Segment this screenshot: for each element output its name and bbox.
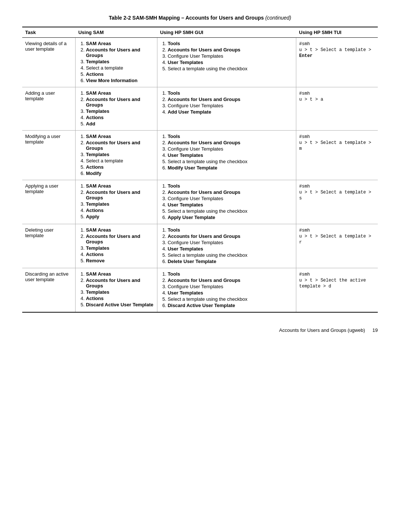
gui-cell: ToolsAccounts for Users and GroupsConfig… bbox=[157, 268, 296, 313]
tui-cell: #smhu > t > Select a template > r bbox=[296, 224, 378, 268]
task-cell: Deleting user template bbox=[22, 224, 75, 268]
col-tui: Using HP SMH TUI bbox=[296, 27, 378, 38]
task-cell: Discarding an active user template bbox=[22, 268, 75, 313]
table-row: Applying a user templateSAM AreasAccount… bbox=[22, 180, 378, 224]
task-cell: Modifying a user template bbox=[22, 131, 75, 180]
tui-cell: #smhu > t > Select the active template >… bbox=[296, 268, 378, 313]
tui-cell: #smhu > t > Select a template > Enter bbox=[296, 38, 378, 87]
sam-cell: SAM AreasAccounts for Users and GroupsTe… bbox=[75, 38, 157, 87]
tui-cell: #smhu > t > Select a template > s bbox=[296, 180, 378, 224]
table-header-row: Task Using SAM Using HP SMH GUI Using HP… bbox=[22, 27, 378, 38]
table-row: Deleting user templateSAM AreasAccounts … bbox=[22, 224, 378, 268]
sam-cell: SAM AreasAccounts for Users and GroupsTe… bbox=[75, 224, 157, 268]
table-row: Adding a user templateSAM AreasAccounts … bbox=[22, 87, 378, 131]
sam-cell: SAM AreasAccounts for Users and GroupsTe… bbox=[75, 131, 157, 180]
col-task: Task bbox=[22, 27, 75, 38]
task-cell: Viewing details of a user template bbox=[22, 38, 75, 87]
col-gui: Using HP SMH GUI bbox=[157, 27, 296, 38]
page-footer: Accounts for Users and Groups (ugweb) 19 bbox=[22, 327, 378, 333]
table-row: Discarding an active user templateSAM Ar… bbox=[22, 268, 378, 313]
gui-cell: ToolsAccounts for Users and GroupsConfig… bbox=[157, 180, 296, 224]
table-row: Viewing details of a user templateSAM Ar… bbox=[22, 38, 378, 87]
page-title: Table 2-2 SAM-SMH Mapping – Accounts for… bbox=[22, 15, 378, 21]
footer-text: Accounts for Users and Groups (ugweb) bbox=[279, 327, 365, 333]
sam-cell: SAM AreasAccounts for Users and GroupsTe… bbox=[75, 268, 157, 313]
sam-cell: SAM AreasAccounts for Users and GroupsTe… bbox=[75, 180, 157, 224]
footer-page: 19 bbox=[373, 327, 378, 333]
main-table: Task Using SAM Using HP SMH GUI Using HP… bbox=[22, 27, 378, 313]
sam-cell: SAM AreasAccounts for Users and GroupsTe… bbox=[75, 87, 157, 131]
task-cell: Applying a user template bbox=[22, 180, 75, 224]
task-cell: Adding a user template bbox=[22, 87, 75, 131]
col-sam: Using SAM bbox=[75, 27, 157, 38]
gui-cell: ToolsAccounts for Users and GroupsConfig… bbox=[157, 87, 296, 131]
tui-cell: #smhu > t > a bbox=[296, 87, 378, 131]
table-row: Modifying a user templateSAM AreasAccoun… bbox=[22, 131, 378, 180]
gui-cell: ToolsAccounts for Users and GroupsConfig… bbox=[157, 38, 296, 87]
gui-cell: ToolsAccounts for Users and GroupsConfig… bbox=[157, 224, 296, 268]
tui-cell: #smhu > t > Select a template > m bbox=[296, 131, 378, 180]
gui-cell: ToolsAccounts for Users and GroupsConfig… bbox=[157, 131, 296, 180]
